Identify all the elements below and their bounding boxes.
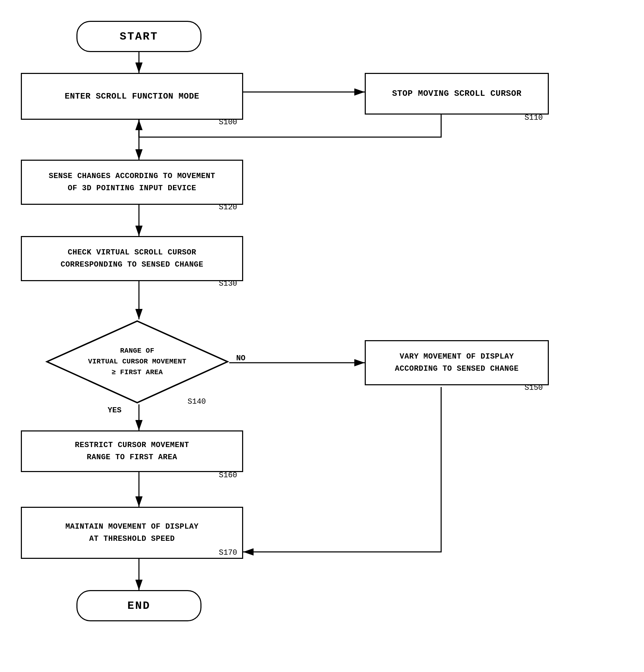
s170-node: MAINTAIN MOVEMENT OF DISPLAY AT THRESHOL… — [21, 507, 243, 559]
end-node: END — [76, 590, 201, 621]
s100-label: S100 — [219, 118, 237, 127]
s160-node: RESTRICT CURSOR MOVEMENT RANGE TO FIRST … — [21, 430, 243, 472]
s130-label: S130 — [219, 279, 237, 288]
s140-text: RANGE OF VIRTUAL CURSOR MOVEMENT ≥ FIRST… — [88, 346, 187, 378]
s140-node: RANGE OF VIRTUAL CURSOR MOVEMENT ≥ FIRST… — [45, 319, 229, 404]
s170-label: S170 — [219, 548, 237, 557]
s120-node: SENSE CHANGES ACCORDING TO MOVEMENT OF 3… — [21, 160, 243, 205]
s160-label: S160 — [219, 471, 237, 480]
s110-node: STOP MOVING SCROLL CURSOR — [365, 73, 549, 115]
yes-label: YES — [108, 406, 122, 415]
start-node: START — [76, 21, 201, 52]
s150-node: VARY MOVEMENT OF DISPLAY ACCORDING TO SE… — [365, 340, 549, 385]
s150-label: S150 — [525, 384, 543, 392]
s140-label: S140 — [188, 397, 206, 406]
s120-label: S120 — [219, 203, 237, 212]
flowchart: START ENTER SCROLL FUNCTION MODE S100 ST… — [0, 0, 644, 672]
s100-node: ENTER SCROLL FUNCTION MODE — [21, 73, 243, 120]
no-label: NO — [236, 354, 245, 363]
s110-label: S110 — [525, 114, 543, 122]
s130-node: CHECK VIRTUAL SCROLL CURSOR CORRESPONDIN… — [21, 236, 243, 281]
